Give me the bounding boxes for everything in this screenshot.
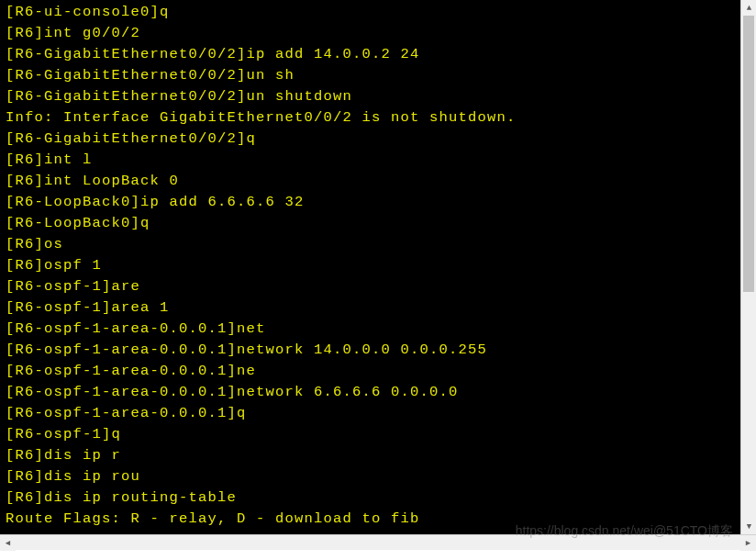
terminal-line: [R6-GigabitEthernet0/0/2]q — [6, 129, 735, 150]
terminal-line: Route Flags: R - relay, D - download to … — [6, 509, 735, 530]
terminal-window: [R6-ui-console0]q[R6]int g0/0/2[R6-Gigab… — [0, 0, 756, 534]
terminal-line: [R6-ospf-1]are — [6, 276, 735, 297]
terminal-line: [R6-GigabitEthernet0/0/2]un sh — [6, 65, 735, 86]
vertical-scroll-thumb[interactable] — [743, 16, 754, 292]
terminal-line: [R6-ospf-1]area 1 — [6, 297, 735, 319]
terminal-line: [R6-ospf-1-area-0.0.0.1]network 6.6.6.6 … — [6, 382, 735, 403]
terminal-line: [R6-LoopBack0]q — [6, 213, 735, 234]
scroll-down-button[interactable]: ▼ — [741, 519, 756, 534]
terminal-line: [R6]int g0/0/2 — [6, 23, 735, 44]
terminal-line: [R6]int l — [6, 150, 735, 171]
terminal-line: [R6-ospf-1-area-0.0.0.1]network 14.0.0.0… — [6, 340, 735, 361]
scroll-up-button[interactable]: ▲ — [741, 0, 756, 16]
horizontal-scroll-track[interactable] — [16, 535, 740, 550]
scroll-right-button[interactable]: ▶ — [740, 535, 756, 551]
terminal-line: [R6-ospf-1-area-0.0.0.1]net — [6, 319, 735, 340]
horizontal-scrollbar[interactable]: ◀ ▶ — [0, 534, 756, 550]
terminal-line: [R6-ospf-1-area-0.0.0.1]ne — [6, 361, 735, 382]
terminal-line: [R6-ospf-1-area-0.0.0.1]q — [6, 403, 735, 424]
vertical-scrollbar[interactable]: ▲ ▼ — [740, 0, 756, 534]
terminal-line: [R6]dis ip r — [6, 445, 735, 466]
terminal-line: [R6]dis ip routing-table — [6, 487, 735, 509]
terminal-line: [R6-ospf-1]q — [6, 424, 735, 445]
terminal-line: [R6-ui-console0]q — [6, 2, 735, 23]
terminal-output[interactable]: [R6-ui-console0]q[R6]int g0/0/2[R6-Gigab… — [0, 0, 740, 534]
terminal-line: Info: Interface GigabitEthernet0/0/2 is … — [6, 107, 735, 129]
terminal-line: [R6-GigabitEthernet0/0/2]ip add 14.0.0.2… — [6, 44, 735, 65]
scroll-left-button[interactable]: ◀ — [0, 535, 16, 551]
terminal-line: [R6]int LoopBack 0 — [6, 171, 735, 192]
terminal-line: [R6]ospf 1 — [6, 255, 735, 276]
terminal-line: [R6-GigabitEthernet0/0/2]un shutdown — [6, 86, 735, 107]
vertical-scroll-track[interactable] — [741, 16, 756, 519]
terminal-line: [R6-LoopBack0]ip add 6.6.6.6 32 — [6, 192, 735, 213]
terminal-line: [R6]os — [6, 234, 735, 255]
terminal-line: [R6]dis ip rou — [6, 466, 735, 487]
